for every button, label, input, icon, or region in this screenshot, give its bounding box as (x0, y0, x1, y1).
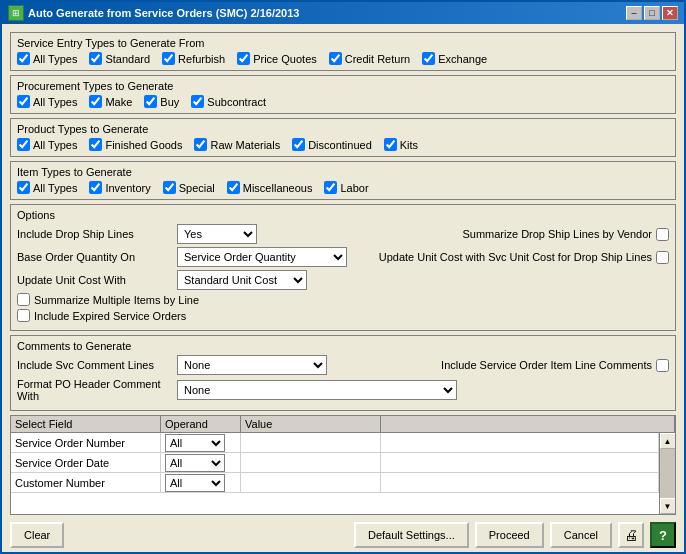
se-price-quotes-item: Price Quotes (237, 52, 317, 65)
row2-operand-select[interactable]: All Equals Range (165, 454, 225, 472)
it-all-types-checkbox[interactable] (17, 181, 30, 194)
summarize-checkbox[interactable] (17, 293, 30, 306)
format-po-header-select[interactable]: None Selected (177, 380, 457, 400)
se-refurbish-label[interactable]: Refurbish (178, 53, 225, 65)
main-content: Service Entry Types to Generate From All… (2, 24, 684, 518)
summarize-drop-ship-checkbox[interactable] (656, 228, 669, 241)
it-all-types-label[interactable]: All Types (33, 182, 77, 194)
include-drop-ship-row: Include Drop Ship Lines Yes No Summarize… (17, 224, 669, 244)
pt-all-types-label[interactable]: All Types (33, 96, 77, 108)
se-standard-item: Standard (89, 52, 150, 65)
scroll-track[interactable] (660, 449, 675, 498)
update-unit-cost-svc-checkbox[interactable] (656, 251, 669, 264)
table-row: Customer Number All Equals Range (11, 473, 659, 493)
item-types-row: All Types Inventory Special Miscellaneou… (17, 181, 669, 194)
procurement-types-label: Procurement Types to Generate (17, 80, 669, 92)
pt-buy-checkbox[interactable] (144, 95, 157, 108)
pt-subcontract-label[interactable]: Subcontract (207, 96, 266, 108)
include-service-order-item-checkbox[interactable] (656, 359, 669, 372)
include-drop-ship-select[interactable]: Yes No (177, 224, 257, 244)
pro-discontinued-item: Discontinued (292, 138, 372, 151)
it-miscellaneous-checkbox[interactable] (227, 181, 240, 194)
it-labor-label[interactable]: Labor (340, 182, 368, 194)
se-exchange-label[interactable]: Exchange (438, 53, 487, 65)
pro-raw-materials-item: Raw Materials (194, 138, 280, 151)
se-all-types-label[interactable]: All Types (33, 53, 77, 65)
pt-buy-label[interactable]: Buy (160, 96, 179, 108)
pro-finished-goods-item: Finished Goods (89, 138, 182, 151)
print-button[interactable]: 🖨 (618, 522, 644, 548)
it-labor-checkbox[interactable] (324, 181, 337, 194)
se-exchange-checkbox[interactable] (422, 52, 435, 65)
format-po-header-row: Format PO Header Comment With None Selec… (17, 378, 669, 402)
include-svc-comment-label: Include Svc Comment Lines (17, 359, 177, 371)
product-types-group: Product Types to Generate All Types Fini… (10, 118, 676, 157)
table-row: Service Order Number All Equals Range (11, 433, 659, 453)
se-all-types-checkbox[interactable] (17, 52, 30, 65)
row3-operand: All Equals Range (161, 473, 241, 492)
include-expired-label[interactable]: Include Expired Service Orders (34, 310, 186, 322)
se-credit-return-checkbox[interactable] (329, 52, 342, 65)
update-unit-cost-select[interactable]: Standard Unit Cost Last Cost Average Cos… (177, 270, 307, 290)
it-labor-item: Labor (324, 181, 368, 194)
include-svc-comment-select[interactable]: None All Selected (177, 355, 327, 375)
update-unit-cost-svc-label: Update Unit Cost with Svc Unit Cost for … (379, 251, 652, 263)
pro-all-types-label[interactable]: All Types (33, 139, 77, 151)
close-button[interactable]: ✕ (662, 6, 678, 20)
summarize-label[interactable]: Summarize Multiple Items by Line (34, 294, 199, 306)
se-refurbish-checkbox[interactable] (162, 52, 175, 65)
include-service-order-item-label: Include Service Order Item Line Comments (441, 359, 652, 371)
pt-all-types-item: All Types (17, 95, 77, 108)
proceed-button[interactable]: Proceed (475, 522, 544, 548)
format-po-header-label: Format PO Header Comment With (17, 378, 177, 402)
it-inventory-checkbox[interactable] (89, 181, 102, 194)
se-price-quotes-label[interactable]: Price Quotes (253, 53, 317, 65)
se-credit-return-label[interactable]: Credit Return (345, 53, 410, 65)
pro-kits-label[interactable]: Kits (400, 139, 418, 151)
pro-discontinued-checkbox[interactable] (292, 138, 305, 151)
product-types-row: All Types Finished Goods Raw Materials D… (17, 138, 669, 151)
pro-raw-materials-checkbox[interactable] (194, 138, 207, 151)
scroll-up-button[interactable]: ▲ (660, 433, 676, 449)
table-header: Select Field Operand Value (11, 416, 675, 433)
pro-discontinued-label[interactable]: Discontinued (308, 139, 372, 151)
minimize-button[interactable]: – (626, 6, 642, 20)
pro-kits-checkbox[interactable] (384, 138, 397, 151)
row3-operand-select[interactable]: All Equals Range (165, 474, 225, 492)
include-expired-checkbox[interactable] (17, 309, 30, 322)
it-special-checkbox[interactable] (163, 181, 176, 194)
it-inventory-label[interactable]: Inventory (105, 182, 150, 194)
pt-all-types-checkbox[interactable] (17, 95, 30, 108)
cancel-button[interactable]: Cancel (550, 522, 612, 548)
se-standard-checkbox[interactable] (89, 52, 102, 65)
update-unit-cost-svc-container: Update Unit Cost with Svc Unit Cost for … (379, 251, 669, 264)
pro-raw-materials-label[interactable]: Raw Materials (210, 139, 280, 151)
title-buttons: – □ ✕ (626, 6, 678, 20)
update-unit-cost-row: Update Unit Cost With Standard Unit Cost… (17, 270, 669, 290)
maximize-button[interactable]: □ (644, 6, 660, 20)
pro-finished-goods-label[interactable]: Finished Goods (105, 139, 182, 151)
it-miscellaneous-label[interactable]: Miscellaneous (243, 182, 313, 194)
row3-value (241, 473, 381, 492)
pro-finished-goods-checkbox[interactable] (89, 138, 102, 151)
pro-all-types-checkbox[interactable] (17, 138, 30, 151)
it-all-types-item: All Types (17, 181, 77, 194)
scroll-down-button[interactable]: ▼ (660, 498, 676, 514)
base-order-qty-select[interactable]: Service Order Quantity Ordered Quantity (177, 247, 347, 267)
help-button[interactable]: ? (650, 522, 676, 548)
se-price-quotes-checkbox[interactable] (237, 52, 250, 65)
it-special-label[interactable]: Special (179, 182, 215, 194)
default-settings-button[interactable]: Default Settings... (354, 522, 469, 548)
pt-subcontract-checkbox[interactable] (191, 95, 204, 108)
it-miscellaneous-item: Miscellaneous (227, 181, 313, 194)
pt-make-label[interactable]: Make (105, 96, 132, 108)
pt-make-checkbox[interactable] (89, 95, 102, 108)
it-inventory-item: Inventory (89, 181, 150, 194)
service-entry-types-group: Service Entry Types to Generate From All… (10, 32, 676, 71)
row3-extra (381, 473, 659, 492)
col-extra (381, 416, 675, 432)
clear-button[interactable]: Clear (10, 522, 64, 548)
se-standard-label[interactable]: Standard (105, 53, 150, 65)
options-label: Options (17, 209, 669, 221)
row1-operand-select[interactable]: All Equals Range (165, 434, 225, 452)
